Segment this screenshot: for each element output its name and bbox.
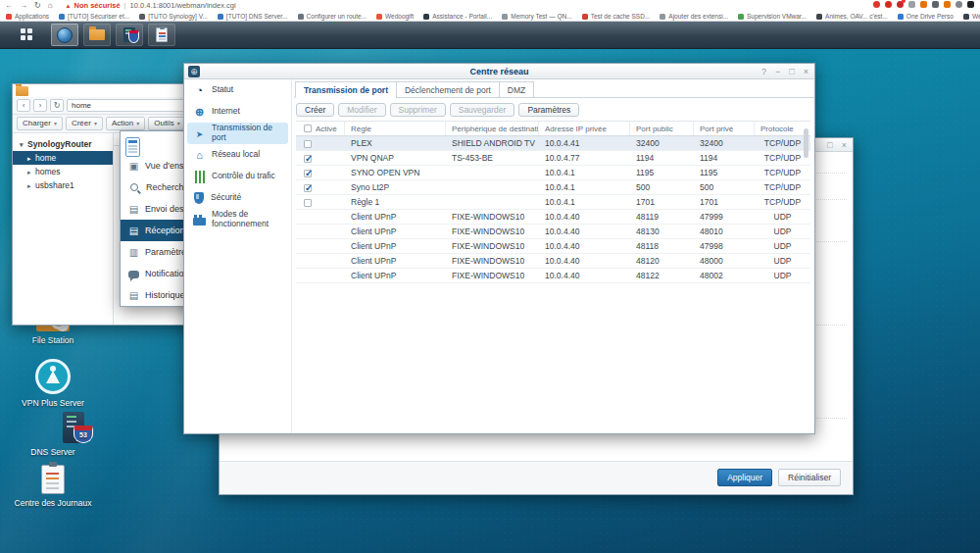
back-button[interactable]: ‹ [17, 99, 30, 112]
extension-icon[interactable] [932, 1, 939, 8]
table-row[interactable]: Client UPnP FIXE-WINDOWS10 10.0.4.40 481… [296, 225, 810, 239]
tree-caret-icon[interactable]: ▸ [27, 179, 35, 192]
table-row[interactable]: Syno Lt2P 10.0.4.1 500 500 TCP/UDP [296, 180, 810, 195]
row-checkbox[interactable] [304, 170, 312, 177]
bookmark[interactable]: One Drive Perso [898, 13, 954, 20]
tab[interactable]: Déclenchement de port [396, 81, 500, 98]
sidebar-item[interactable]: Statut [187, 79, 288, 101]
minimize-icon[interactable]: − [775, 67, 780, 76]
refresh-button[interactable]: ↻ [50, 99, 64, 112]
extension-icon[interactable] [956, 1, 962, 8]
action-button[interactable]: Supprimer [390, 103, 446, 117]
extension-icon[interactable] [885, 1, 892, 8]
reload-icon[interactable]: ↻ [34, 2, 41, 10]
bookmark[interactable]: [TUTO] DNS Server... [218, 13, 288, 20]
sidebar-item[interactable]: Réseau local [187, 144, 288, 166]
column-règle[interactable]: Règle [345, 122, 446, 135]
maximize-icon[interactable]: □ [827, 140, 832, 150]
toolbar-dropdown-button[interactable]: Créer▾ [66, 117, 103, 130]
table-row[interactable]: Client UPnP FIXE-WINDOWS10 10.0.4.40 481… [296, 239, 810, 254]
action-button[interactable]: Sauvegarder [450, 103, 515, 117]
tab[interactable]: DMZ [499, 81, 534, 98]
tree-item[interactable]: ▸homes [13, 165, 113, 178]
extension-icon[interactable] [873, 1, 880, 8]
network-center-titlebar[interactable]: ⊕ Centre réseau ? − □ × [184, 64, 814, 79]
row-checkbox[interactable] [304, 140, 312, 148]
table-row[interactable]: PLEX SHIELD ANDROID TV 10.0.4.41 32400 3… [296, 136, 810, 151]
tree-item[interactable]: ▸home [13, 151, 113, 165]
home-icon[interactable]: ⌂ [48, 2, 53, 10]
reset-button[interactable]: Réinitialiser [778, 469, 841, 486]
tree-item[interactable]: ▾SynologyRouter [13, 137, 113, 151]
help-icon[interactable]: ? [761, 67, 766, 76]
extension-icon[interactable] [967, 1, 974, 8]
action-button[interactable]: Modifier [338, 103, 385, 117]
bookmark[interactable]: Test de cache SSD... [582, 13, 651, 20]
taskbar-file-station[interactable] [83, 24, 111, 46]
select-all-checkbox[interactable] [304, 125, 312, 132]
table-scrollbar[interactable] [804, 128, 808, 158]
bookmark[interactable]: Wedoogift [376, 13, 414, 20]
column-activé[interactable]: Activé [296, 122, 345, 135]
back-icon[interactable]: ← [5, 2, 13, 10]
maximize-icon[interactable]: □ [789, 67, 794, 76]
bookmark[interactable]: Memory Test — QN... [502, 13, 571, 20]
tree-item[interactable]: ▸usbshare1 [13, 178, 113, 192]
taskbar-network-center[interactable] [51, 24, 78, 46]
column-protocole[interactable]: Protocole [755, 122, 810, 135]
sidebar-item[interactable]: Internet [187, 101, 288, 123]
main-menu-button[interactable] [12, 25, 41, 46]
tab[interactable]: Transmission de port [295, 81, 397, 98]
bookmark[interactable]: Ajouter des extensi... [660, 13, 728, 20]
tree-caret-icon[interactable]: ▾ [20, 138, 27, 151]
bookmark[interactable]: Applications [6, 13, 49, 20]
table-row[interactable]: Client UPnP FIXE-WINDOWS10 10.0.4.40 481… [296, 269, 810, 283]
security-warning[interactable]: Non sécurisé [74, 1, 121, 10]
bookmark[interactable]: Welcome | QNAP rt... [963, 13, 980, 20]
desktop-icon-log-center[interactable]: Centre des Journaux [8, 465, 98, 508]
bookmark[interactable]: Supervision VMwar... [738, 13, 807, 20]
toolbar-dropdown-button[interactable]: Charger▾ [17, 117, 63, 130]
bookmark[interactable]: [TUTO Synology] V... [139, 13, 208, 20]
column-périphérique[interactable]: Périphérique de destination [446, 122, 539, 135]
sidebar-item[interactable]: Modes de fonctionnement [187, 209, 288, 230]
toolbar-dropdown-button[interactable]: Outils▾ [148, 117, 185, 130]
row-checkbox[interactable] [304, 184, 312, 192]
forward-icon[interactable]: → [20, 2, 27, 10]
table-row[interactable]: Client UPnP FIXE-WINDOWS10 10.0.4.40 481… [296, 210, 810, 225]
close-icon[interactable]: × [804, 67, 808, 76]
extension-icon[interactable] [944, 1, 951, 8]
forward-button[interactable]: › [33, 99, 47, 112]
sidebar-item[interactable]: Transmission de port [187, 123, 288, 144]
extension-icon[interactable] [920, 1, 927, 8]
bookmark[interactable]: Configurer un route... [298, 13, 367, 20]
extension-icon[interactable] [897, 1, 904, 8]
column-adresse-ip[interactable]: Adresse IP privée [539, 122, 630, 135]
toolbar-dropdown-button[interactable]: Action▾ [106, 117, 145, 130]
column-port-privé[interactable]: Port privé [694, 122, 755, 135]
bookmark[interactable]: Animes, OAV... c'est... [816, 13, 888, 20]
extension-icon[interactable] [908, 1, 915, 8]
desktop-icon-dns-server[interactable]: 53 DNS Server [8, 412, 98, 457]
column-port-public[interactable]: Port public [630, 122, 694, 135]
action-button[interactable]: Créer [296, 103, 334, 117]
address-bar[interactable]: ▲ Non sécurisé | 10.0.4.1:8001/webman/in… [66, 1, 236, 10]
table-row[interactable]: SYNO OPEN VPN 10.0.4.1 1195 1195 TCP/UDP [296, 166, 810, 180]
bookmark[interactable]: Assistance - Portail... [423, 13, 492, 20]
row-checkbox[interactable] [304, 155, 312, 163]
tree-caret-icon[interactable]: ▸ [27, 166, 35, 178]
apply-button[interactable]: Appliquer [717, 469, 772, 486]
close-icon[interactable]: × [842, 140, 847, 150]
sidebar-item[interactable]: Contrôle du trafic [187, 166, 288, 187]
table-row[interactable]: VPN QNAP TS-453-BE 10.0.4.77 1194 1194 T… [296, 151, 810, 166]
action-button[interactable]: Paramètres [518, 103, 579, 117]
table-row[interactable]: Client UPnP FIXE-WINDOWS10 10.0.4.40 481… [296, 254, 810, 269]
tree-caret-icon[interactable]: ▸ [27, 152, 35, 165]
sidebar-item[interactable]: Sécurité [187, 187, 288, 209]
url-text[interactable]: 10.0.4.1:8001/webman/index.cgi [130, 1, 236, 10]
bookmark[interactable]: [TUTO] Sécuriser et... [59, 13, 129, 20]
desktop-icon-vpn-plus-server[interactable]: VPN Plus Server [8, 359, 98, 408]
taskbar-dns-server[interactable] [116, 24, 143, 46]
taskbar-log-center[interactable] [148, 24, 175, 46]
row-checkbox[interactable] [304, 199, 312, 207]
